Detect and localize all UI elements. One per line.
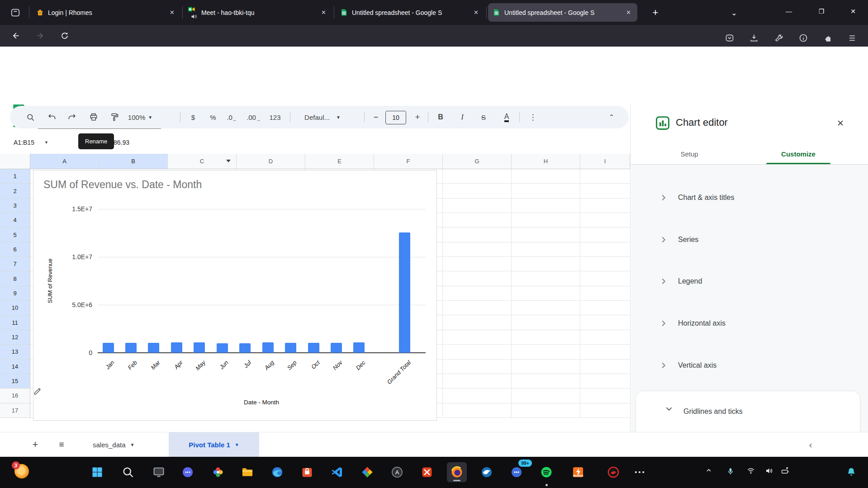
more-formats-button[interactable]: 123 — [266, 106, 284, 128]
zoom-select[interactable]: 100%▼ — [127, 106, 154, 128]
tab-close-icon[interactable]: ✕ — [168, 8, 176, 17]
microphone-icon[interactable] — [724, 467, 737, 476]
taskbar-app-firefox[interactable] — [447, 462, 467, 482]
tab-customize[interactable]: Customize — [766, 144, 830, 164]
more-toolbar-button[interactable]: ⋮ — [526, 106, 540, 128]
row-header-17[interactable]: 17 — [0, 403, 30, 418]
tray-expand-icon[interactable] — [702, 467, 716, 474]
column-header-I[interactable]: I — [580, 154, 630, 169]
all-sheets-button[interactable]: ≡ — [54, 432, 69, 457]
wifi-icon[interactable] — [744, 467, 758, 475]
tab-manager-icon[interactable] — [8, 5, 23, 20]
row-header-7[interactable]: 7 — [0, 257, 30, 271]
decrease-font-size-button[interactable]: − — [369, 106, 383, 128]
row-header-13[interactable]: 13 — [0, 345, 30, 359]
column-header-H[interactable]: H — [512, 154, 580, 169]
section-vertical-axis[interactable]: Vertical axis — [631, 353, 868, 378]
row-header-6[interactable]: 6 — [0, 242, 30, 257]
taskbar-app-explorer[interactable] — [237, 462, 257, 482]
format-percent-button[interactable]: % — [205, 106, 221, 128]
taskbar-app-vscode[interactable] — [327, 462, 347, 482]
increase-decimals-button[interactable]: .00→ — [244, 106, 263, 128]
column-dropdown-icon[interactable] — [226, 160, 231, 162]
tab-close-icon[interactable]: ✕ — [472, 8, 480, 17]
toolbar-search-icon[interactable] — [23, 106, 38, 128]
decrease-decimals-button[interactable]: .0← — [224, 106, 240, 128]
browser-tab[interactable]: Meet - hao-tbki-tqu✕ — [183, 3, 332, 22]
taskbar-app-bird[interactable] — [477, 462, 497, 482]
reload-button[interactable] — [57, 28, 72, 43]
taskbar-app-chat[interactable] — [178, 462, 198, 482]
window-minimize-button[interactable]: — — [778, 0, 799, 23]
chart-object[interactable]: SUM of Revenue vs. Date - Month SUM of R… — [33, 170, 437, 421]
sheet-tab-sales-data[interactable]: sales_data▼ — [93, 432, 134, 457]
taskbar-app-desktop[interactable] — [149, 462, 169, 482]
row-header-1[interactable]: 1 — [0, 169, 30, 184]
select-all-corner[interactable] — [0, 154, 30, 169]
row-header-10[interactable]: 10 — [0, 301, 30, 315]
row-header-11[interactable]: 11 — [0, 316, 30, 330]
column-header-F[interactable]: F — [374, 154, 443, 169]
bold-button[interactable]: B — [433, 106, 448, 128]
taskbar-app-game[interactable] — [417, 462, 437, 482]
strikethrough-button[interactable]: S — [476, 106, 491, 128]
taskbar-app-search[interactable] — [118, 462, 138, 482]
window-restore-button[interactable]: ❐ — [811, 0, 832, 23]
downloads-icon[interactable] — [747, 31, 761, 45]
section-chart-axis-titles[interactable]: Chart & axis titles — [631, 185, 868, 210]
chart-editor-close-icon[interactable]: ✕ — [833, 116, 848, 130]
menu-hamburger-icon[interactable]: ☰ — [845, 31, 859, 45]
browser-tab[interactable]: Untitled spreadsheet - Google S✕ — [488, 3, 637, 22]
print-icon[interactable] — [86, 106, 101, 128]
tab-close-icon[interactable]: ✕ — [319, 8, 328, 17]
row-header-15[interactable]: 15 — [0, 374, 30, 389]
extensions-icon[interactable] — [821, 31, 835, 45]
italic-button[interactable]: I — [455, 106, 470, 128]
taskbar-app-edge[interactable] — [267, 462, 287, 482]
account-info-icon[interactable] — [796, 31, 811, 45]
browser-tab[interactable]: Untitled spreadsheet - Google S✕ — [336, 3, 485, 22]
taskbar-app-shooter[interactable] — [603, 462, 623, 482]
collapse-toolbar-button[interactable]: ⌃ — [602, 106, 621, 128]
section-horizontal-axis[interactable]: Horizontal axis — [631, 311, 868, 336]
row-header-3[interactable]: 3 — [0, 199, 30, 213]
taskbar-app-anydesk[interactable]: A — [387, 462, 407, 482]
redo-icon[interactable] — [64, 106, 80, 128]
taskbar-app-overflow[interactable] — [630, 462, 650, 482]
tools-wrench-icon[interactable] — [772, 31, 786, 45]
paint-format-icon[interactable] — [107, 106, 122, 128]
row-header-4[interactable]: 4 — [0, 213, 30, 227]
battery-pen-icon[interactable] — [778, 467, 792, 475]
forward-button[interactable] — [32, 28, 47, 43]
notification-bell-icon[interactable] — [844, 467, 859, 478]
increase-font-size-button[interactable]: + — [411, 106, 424, 128]
edit-pencil-icon[interactable] — [33, 387, 42, 395]
section-legend[interactable]: Legend — [631, 269, 868, 294]
row-header-2[interactable]: 2 — [0, 184, 30, 198]
name-box[interactable]: A1:B15▼ — [14, 131, 48, 154]
font-select[interactable]: Defaul...▼ — [298, 106, 347, 128]
window-close-button[interactable]: ✕ — [843, 0, 863, 23]
section-series[interactable]: Series — [631, 227, 868, 252]
taskbar-app-store[interactable] — [297, 462, 317, 482]
tab-setup[interactable]: Setup — [658, 144, 721, 164]
column-header-B[interactable]: B — [99, 154, 168, 169]
taskbar-app-photos[interactable] — [208, 462, 228, 482]
font-size-input[interactable]: 10 — [385, 111, 406, 124]
sheet-tab-pivot-table-1[interactable]: Pivot Table 1▼ — [169, 432, 259, 457]
gridlines-and-ticks-section[interactable]: Gridlines and ticks — [636, 391, 860, 432]
taskbar-app-reader[interactable]: READER — [568, 462, 588, 482]
taskbar-app-start[interactable] — [87, 462, 107, 482]
column-header-G[interactable]: G — [443, 154, 512, 169]
format-currency-button[interactable]: $ — [185, 106, 201, 128]
row-header-8[interactable]: 8 — [0, 271, 30, 286]
tab-close-icon[interactable]: ✕ — [624, 8, 633, 17]
new-tab-button[interactable]: + — [648, 5, 663, 20]
column-header-D[interactable]: D — [237, 154, 305, 169]
row-header-9[interactable]: 9 — [0, 286, 30, 301]
list-all-tabs-button[interactable]: ⌄ — [726, 6, 742, 19]
row-header-12[interactable]: 12 — [0, 330, 30, 345]
row-header-14[interactable]: 14 — [0, 360, 30, 374]
volume-icon[interactable] — [762, 467, 776, 475]
back-button[interactable] — [8, 28, 24, 43]
